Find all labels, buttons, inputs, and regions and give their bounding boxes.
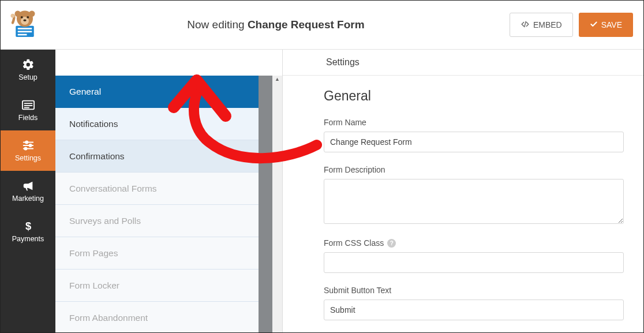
sidebar-item-form-locker[interactable]: Form Locker › [55, 270, 282, 302]
code-icon [521, 20, 530, 30]
svg-point-9 [27, 16, 29, 18]
rail-label: Settings [15, 154, 41, 162]
svg-rect-1 [18, 28, 32, 29]
sidebar-item-confirmations[interactable]: Confirmations › [55, 140, 282, 173]
settings-sidebar: General ⌄ Notifications › Confirmations … [55, 50, 283, 332]
editing-prefix: Now editing [187, 18, 244, 31]
rail-label: Marketing [12, 194, 44, 203]
bullhorn-icon [22, 179, 35, 192]
submit-text-label: Submit Button Text [324, 286, 626, 295]
rail-label: Fields [18, 114, 38, 122]
svg-rect-16 [24, 107, 29, 108]
svg-rect-2 [18, 31, 32, 33]
svg-text:$: $ [25, 220, 31, 232]
app-logo [8, 8, 42, 42]
sidebar-label: Notifications [69, 119, 118, 129]
field-submit-text: Submit Button Text [324, 286, 626, 320]
rail-settings[interactable]: Settings [1, 130, 55, 171]
field-form-description: Form Description [324, 165, 626, 226]
submit-text-input[interactable] [324, 300, 624, 320]
top-bar: Now editing Change Request Form EMBED SA… [1, 1, 643, 50]
embed-label: EMBED [533, 20, 562, 29]
svg-rect-3 [18, 34, 27, 36]
sidebar-spacer [55, 50, 282, 76]
rail-label: Setup [18, 73, 38, 81]
rail-marketing[interactable]: Marketing [1, 171, 55, 211]
sidebar-label: Form Locker [69, 280, 119, 291]
sidebar-item-conversational[interactable]: Conversational Forms › [55, 173, 282, 205]
section-title: Settings [326, 57, 360, 68]
form-css-label: Form CSS Class [324, 238, 384, 248]
form-css-input[interactable] [324, 252, 624, 273]
form-name-label: Form Name [324, 118, 626, 127]
dollar-icon: $ [22, 220, 35, 233]
svg-line-12 [525, 21, 526, 27]
gear-icon [22, 58, 35, 71]
svg-point-20 [29, 144, 31, 147]
sidebar-label: Confirmations [69, 151, 125, 162]
panel-heading: General [324, 88, 626, 104]
embed-button[interactable]: EMBED [510, 13, 573, 37]
page-title: Now editing Change Request Form [42, 18, 510, 31]
sliders-icon [22, 139, 35, 152]
icon-rail: Setup Fields Settings Marketing $ Paymen… [1, 50, 55, 332]
content-panel: General Form Name Form Description Form … [306, 50, 643, 332]
form-desc-label: Form Description [324, 165, 626, 174]
form-name-input[interactable] [324, 132, 624, 152]
sidebar-item-general[interactable]: General ⌄ [55, 76, 282, 108]
save-button[interactable]: SAVE [579, 13, 633, 37]
sidebar-scrollbar[interactable]: ▲ [272, 76, 282, 332]
section-header: Settings [283, 50, 643, 76]
rail-payments[interactable]: $ Payments [1, 211, 55, 252]
sidebar-label: General [69, 87, 101, 97]
field-form-name: Form Name [324, 118, 626, 152]
svg-point-22 [24, 147, 27, 149]
sidebar-label: Conversational Forms [69, 184, 157, 194]
svg-point-5 [15, 11, 21, 17]
rail-fields[interactable]: Fields [1, 90, 55, 130]
svg-point-18 [25, 141, 28, 143]
rail-label: Payments [12, 235, 44, 243]
svg-rect-15 [24, 105, 32, 106]
sidebar-label: Form Pages [69, 248, 118, 259]
svg-point-10 [23, 19, 26, 21]
svg-point-6 [29, 11, 35, 17]
content-body: General Form Name Form Description Form … [306, 76, 643, 332]
scroll-up-icon: ▲ [272, 76, 282, 83]
sidebar-item-form-pages[interactable]: Form Pages › [55, 237, 282, 270]
svg-rect-14 [24, 103, 32, 104]
editing-form-title: Change Request Form [248, 18, 365, 31]
sidebar-item-surveys[interactable]: Surveys and Polls › [55, 205, 282, 237]
rail-setup[interactable]: Setup [1, 50, 55, 90]
field-form-css: Form CSS Class ? [324, 238, 626, 273]
sidebar-item-form-abandonment[interactable]: Form Abandonment › [55, 302, 282, 333]
svg-point-8 [21, 16, 23, 18]
sidebar-label: Form Abandonment [69, 313, 148, 323]
sidebar-label: Surveys and Polls [69, 216, 141, 226]
svg-point-11 [11, 14, 15, 18]
sidebar-item-notifications[interactable]: Notifications › [55, 108, 282, 140]
form-desc-input[interactable] [324, 179, 624, 224]
help-icon[interactable]: ? [387, 239, 396, 248]
sidebar-track-gap [259, 76, 272, 332]
save-label: SAVE [601, 20, 622, 29]
list-icon [22, 99, 35, 111]
check-icon [590, 20, 598, 30]
